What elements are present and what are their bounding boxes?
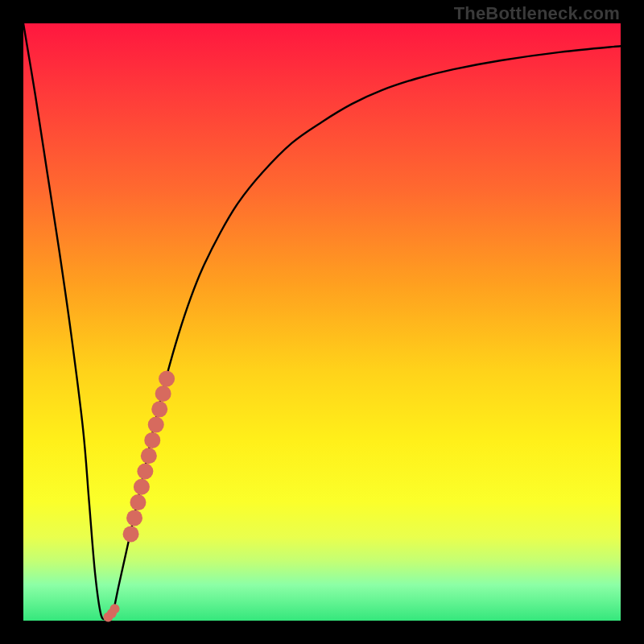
curve-markers [103,370,175,621]
marker-point [148,417,164,433]
plot-area [23,23,621,621]
marker-point [151,401,167,417]
chart-frame: TheBottleneck.com [0,0,644,644]
curve-line [23,23,621,619]
marker-point [110,604,120,613]
marker-point [155,386,171,402]
marker-point [134,479,150,495]
marker-point [126,510,142,526]
marker-point [130,494,146,510]
chart-svg [23,23,621,621]
marker-point [141,448,157,464]
marker-point [137,464,153,480]
marker-point [123,526,139,542]
watermark-text: TheBottleneck.com [454,3,620,24]
marker-point [159,370,175,386]
marker-point [144,432,160,448]
